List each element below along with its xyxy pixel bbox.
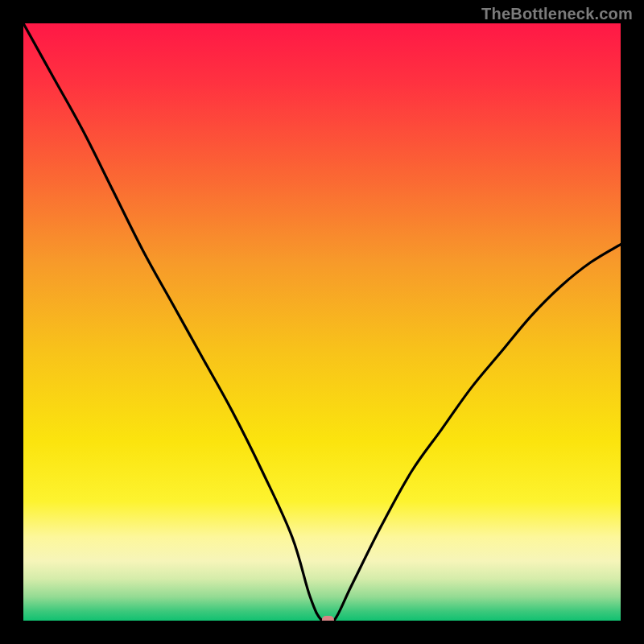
watermark-label: TheBottleneck.com (481, 5, 633, 23)
plot-area (23, 23, 621, 621)
plot-svg (23, 23, 621, 621)
gradient-background (23, 23, 621, 621)
marker-dot (322, 616, 334, 621)
chart-frame: TheBottleneck.com (0, 0, 644, 644)
